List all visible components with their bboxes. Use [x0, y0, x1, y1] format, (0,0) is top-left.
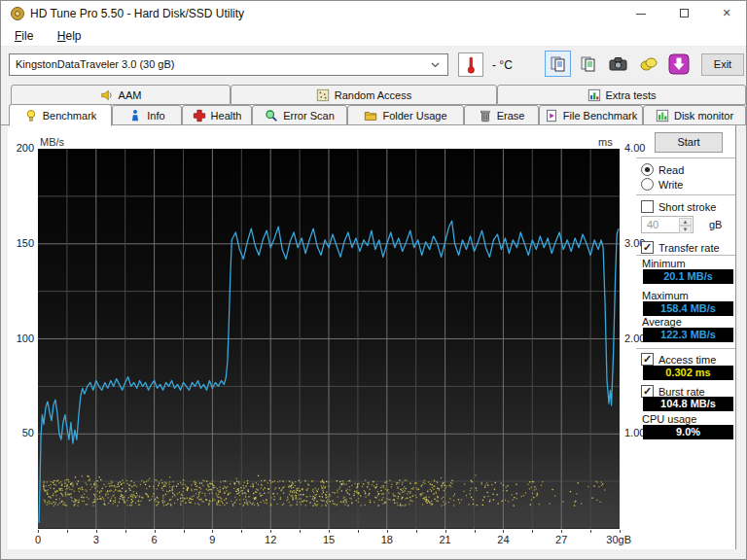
dice-icon	[316, 88, 330, 102]
cpu-usage-label: CPU usage	[642, 413, 696, 425]
ms-tick-label: 4.00	[624, 142, 658, 154]
drive-select-value: KingstonDataTraveler 3.0 (30 gB)	[16, 58, 174, 70]
tab-disk-monitor[interactable]: Disk monitor	[643, 105, 746, 125]
tab-benchmark[interactable]: Benchmark	[9, 104, 112, 126]
access-time-checkbox[interactable]: ✓ Access time	[641, 353, 716, 366]
read-radio[interactable]: Read	[641, 163, 684, 176]
tab-disk-monitor-label: Disk monitor	[674, 110, 733, 122]
exit-button[interactable]: Exit	[701, 53, 744, 76]
benchmark-chart	[38, 149, 620, 529]
stepper-up-icon[interactable]: ▲	[679, 218, 692, 226]
chevron-down-icon	[431, 62, 440, 68]
left-axis-unit: MB/s	[40, 136, 64, 148]
transfer-rate-checkbox[interactable]: ✓ Transfer rate	[641, 241, 720, 254]
chart-canvas	[38, 149, 620, 529]
screenshot-button[interactable]	[605, 51, 631, 77]
tab-aam[interactable]: AAM	[11, 85, 231, 105]
save-results-button[interactable]	[635, 51, 661, 77]
copy-pages-blue-icon	[550, 55, 567, 73]
temperature-button[interactable]	[458, 52, 483, 77]
x-tick-mark	[358, 530, 359, 533]
tab-extra-tests[interactable]: Extra tests	[497, 85, 746, 105]
trash-icon	[479, 109, 492, 122]
health-cross-icon	[193, 109, 206, 122]
close-button[interactable]: ×	[705, 1, 747, 26]
average-label: Average	[642, 316, 682, 328]
radio-icon	[641, 178, 654, 191]
menu-help[interactable]: Help	[52, 26, 88, 46]
x-tick-mark	[416, 530, 417, 533]
tab-folder-usage[interactable]: Folder Usage	[347, 105, 464, 125]
start-button[interactable]: Start	[655, 132, 723, 153]
x-tick-label: 6	[140, 534, 169, 545]
tab-erase-label: Erase	[497, 110, 525, 122]
separator	[636, 255, 735, 257]
x-tick-label: 15	[314, 534, 343, 545]
tab-info-label: Info	[147, 110, 164, 122]
x-tick-label: 24	[488, 534, 517, 545]
download-button[interactable]	[665, 51, 692, 77]
temperature-value: - °C	[492, 58, 513, 72]
folder-icon	[364, 109, 377, 122]
close-icon: ×	[723, 5, 730, 20]
radio-icon	[641, 163, 654, 176]
main-tab-bar: Benchmark Info Health Error Scan Folder …	[1, 105, 747, 125]
tab-info[interactable]: Info	[112, 105, 182, 125]
right-axis-unit: ms	[598, 136, 613, 148]
maximize-button[interactable]	[662, 1, 705, 26]
minimize-button[interactable]	[620, 1, 662, 26]
menu-file[interactable]: File	[9, 26, 39, 46]
x-tick-mark	[590, 530, 591, 533]
speaker-icon	[100, 88, 114, 102]
tab-file-benchmark[interactable]: File Benchmark	[539, 105, 643, 125]
x-tick-label: 9	[197, 534, 227, 545]
x-tick-label: 0	[23, 534, 53, 545]
x-tick-mark	[241, 530, 242, 533]
tab-error-scan[interactable]: Error Scan	[252, 105, 347, 125]
short-stroke-size-stepper[interactable]: 40 ▲▼	[641, 216, 694, 233]
x-tick-mark	[125, 530, 126, 533]
chart-icon	[587, 88, 601, 102]
x-tick-mark	[184, 530, 185, 533]
coins-icon	[640, 56, 658, 72]
magnifier-icon	[265, 109, 278, 122]
access-time-label: Access time	[658, 354, 716, 366]
minimum-value: 20.1 MB/s	[643, 269, 733, 284]
stepper-down-icon[interactable]: ▼	[679, 226, 692, 233]
app-icon	[10, 6, 25, 21]
tab-erase[interactable]: Erase	[464, 105, 539, 125]
x-tick-mark	[300, 530, 301, 533]
app-window: HD Tune Pro 5.50 - Hard Disk/SSD Utility…	[0, 0, 747, 560]
tab-random-access[interactable]: Random Access	[231, 85, 497, 105]
x-tick-label: 21	[431, 534, 460, 545]
tab-error-scan-label: Error Scan	[283, 110, 335, 122]
bulb-icon	[24, 109, 38, 122]
x-tick-label: 12	[256, 534, 285, 545]
x-tick-mark	[503, 530, 504, 533]
checkbox-icon: ✓	[641, 241, 654, 254]
tab-random-access-label: Random Access	[335, 89, 411, 101]
tab-file-benchmark-label: File Benchmark	[563, 110, 637, 122]
write-radio[interactable]: Write	[641, 178, 683, 191]
toolbar: KingstonDataTraveler 3.0 (30 gB) - °C	[1, 47, 747, 84]
maximum-label: Maximum	[642, 290, 689, 301]
minimize-icon	[636, 14, 646, 15]
y-tick-label: 150	[1, 237, 34, 249]
access-time-value: 0.302 ms	[643, 366, 733, 380]
x-tick-mark	[67, 530, 68, 533]
separator	[636, 348, 735, 350]
short-stroke-checkbox[interactable]: Short stroke	[641, 200, 716, 213]
y-tick-label: 200	[1, 142, 34, 154]
drive-select-dropdown[interactable]: KingstonDataTraveler 3.0 (30 gB)	[9, 53, 448, 76]
copy-text-button[interactable]	[545, 51, 571, 77]
camera-icon	[609, 56, 627, 71]
secondary-tab-bar: AAM Random Access Extra tests	[1, 85, 747, 105]
tab-extra-tests-label: Extra tests	[606, 89, 657, 101]
stepper-arrows[interactable]: ▲▼	[679, 218, 692, 231]
average-value: 122.3 MB/s	[643, 328, 733, 342]
info-icon	[128, 109, 142, 122]
copy-pages-green-icon	[580, 55, 597, 73]
x-tick-mark	[445, 530, 446, 533]
tab-health[interactable]: Health	[182, 105, 252, 125]
copy-data-button[interactable]	[575, 51, 601, 77]
